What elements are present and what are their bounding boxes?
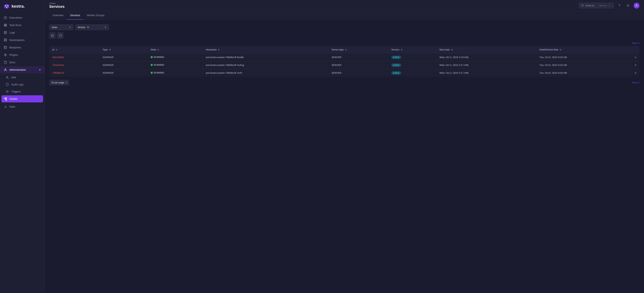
jump-to-button[interactable]: Jump to... Ctrl/Cmd + K — [579, 2, 614, 8]
col-header-state[interactable]: State ⇅ — [148, 46, 203, 53]
col-header-type[interactable]: Type ⇅ — [100, 46, 148, 53]
sidebar-item-logs[interactable]: Logs — [0, 29, 44, 36]
cell-health-check-date-1: Tue, Oct 8, 2024 9:20 AM — [536, 61, 632, 69]
sidebar-item-audit-logs[interactable]: Audit Logs — [0, 81, 44, 88]
col-header-hostname[interactable]: Hostname ⇅ — [203, 46, 328, 53]
sidebar-item-executions[interactable]: Executions — [0, 14, 44, 21]
cell-hostname-2: prd-kestra-worker-78b68ccff-zsrfn — [203, 69, 328, 77]
per-page-select[interactable]: 25 per page ▼ — [49, 80, 69, 85]
worker-filter[interactable]: Worker ✕ ▼ — [75, 24, 109, 30]
table-header-row: Id ⇅ Type ⇅ State ⇅ Hostname ⇅ — [50, 46, 640, 53]
row-menu-icon-2[interactable]: ≡ — [635, 71, 636, 74]
state-filter-chevron: ▼ — [69, 26, 71, 28]
svg-rect-7 — [4, 26, 7, 26]
sidebar-item-triggers[interactable]: Triggers — [0, 88, 44, 95]
svg-point-3 — [6, 7, 7, 8]
status-label-0: RUNNING — [154, 56, 164, 58]
row-menu-icon-0[interactable]: ≡ — [635, 56, 636, 59]
cell-version-0: 0.19.1 — [388, 53, 436, 61]
sidebar-item-namespaces[interactable]: Namespaces — [0, 36, 44, 43]
cell-id-0[interactable]: 8ded38d2 — [50, 53, 100, 61]
cell-health-check-date-2: Tue, Oct 8, 2024 9:20 AM — [536, 69, 632, 77]
deselect-button[interactable] — [49, 32, 56, 39]
worker-tag-remove[interactable]: ✕ — [87, 26, 89, 29]
tab-services[interactable]: Services — [67, 11, 84, 20]
cell-id-1[interactable]: 216a92ba — [50, 61, 100, 69]
sidebar-item-cluster[interactable]: Cluster — [2, 95, 43, 102]
refresh-button[interactable] — [57, 32, 63, 39]
cell-state-0: RUNNING — [148, 53, 203, 61]
total-bottom: Total: 3 — [632, 81, 640, 84]
svg-rect-24 — [6, 99, 7, 99]
cell-menu-0[interactable]: ≡ — [632, 53, 639, 61]
sort-icon-type: ⇅ — [109, 49, 111, 51]
cell-menu-2[interactable]: ≡ — [632, 69, 639, 77]
shortcut-badge: Ctrl/Cmd + K — [598, 4, 612, 7]
stats-icon — [4, 105, 7, 108]
status-label-2: RUNNING — [154, 71, 164, 74]
status-dot-0 — [151, 56, 152, 58]
cell-id-2[interactable]: 796889c8 — [50, 69, 100, 77]
cell-health-check-date-0: Tue, Oct 8, 2024 9:20 AM — [536, 53, 632, 61]
tab-overview[interactable]: Overview — [49, 11, 67, 20]
sidebar-item-docs[interactable]: Docs — [0, 59, 44, 66]
svg-rect-5 — [4, 24, 7, 24]
tab-worker-groups[interactable]: Worker Groups — [84, 11, 108, 20]
svg-rect-15 — [6, 40, 7, 41]
state-filter[interactable]: State ▼ — [49, 24, 74, 30]
sort-icon-server-type: ⇅ — [345, 49, 346, 51]
svg-rect-13 — [6, 39, 7, 40]
col-header-health-check-date[interactable]: HealthCheck Date ⇅ — [536, 46, 632, 53]
state-filter-label: State — [52, 26, 57, 29]
sidebar-item-iam[interactable]: IAM — [0, 74, 44, 81]
search-icon — [581, 4, 584, 7]
plugin-icon — [4, 53, 7, 57]
cell-version-1: 0.19.1 — [388, 61, 436, 69]
admin-sub-nav: IAM Audit Logs Triggers Cl — [0, 74, 44, 103]
help-button[interactable]: ? — [616, 2, 622, 8]
doc-icon — [4, 61, 7, 64]
jump-to-label: Jump to... — [585, 4, 596, 7]
sort-icon-health-check-date: ⇅ — [560, 49, 561, 51]
status-dot-1 — [151, 64, 152, 66]
col-header-id[interactable]: Id ⇅ — [50, 46, 100, 53]
svg-rect-12 — [4, 39, 5, 40]
cell-state-2: RUNNING — [148, 69, 203, 77]
col-header-version[interactable]: Version ⇅ — [388, 46, 436, 53]
nav-items: Executions Task Runs Logs Namespaces — [0, 13, 44, 293]
shield-icon — [6, 83, 9, 86]
sidebar-item-blueprints[interactable]: Blueprints — [0, 44, 44, 51]
user-icon — [6, 76, 9, 79]
services-table: Id ⇅ Type ⇅ State ⇅ Hostname ⇅ — [49, 46, 640, 77]
sidebar-item-stats[interactable]: Stats — [0, 103, 44, 110]
cell-server-type-2: SERVER — [328, 69, 388, 77]
admin-icon — [4, 68, 7, 71]
sort-icon-hostname: ⇅ — [218, 49, 220, 51]
version-badge-0: 0.19.1 — [391, 56, 401, 59]
col-header-actions — [632, 46, 639, 53]
sidebar-item-task-runs[interactable]: Task Runs — [0, 21, 44, 29]
cell-type-0: WORKER — [100, 53, 148, 61]
grid-icon — [4, 38, 7, 42]
cell-server-type-0: SERVER — [328, 53, 388, 61]
sort-icon-version: ⇅ — [401, 49, 402, 51]
logo-area[interactable]: kestra. — [0, 0, 44, 13]
cell-type-1: WORKER — [100, 61, 148, 69]
col-header-server-type[interactable]: Server type ⇅ — [328, 46, 388, 53]
row-menu-icon-1[interactable]: ≡ — [635, 63, 636, 67]
avatar[interactable] — [634, 2, 640, 8]
topbar: Cluster Services Jump to... Ctrl/Cmd + K… — [45, 0, 644, 11]
sidebar-item-administration[interactable]: Administration ▼ — [0, 66, 44, 73]
sort-icon-id: ⇅ — [56, 49, 57, 51]
worker-tag: Worker — [78, 26, 86, 29]
chevron-down-icon: ▼ — [39, 69, 41, 71]
sidebar-item-plugins[interactable]: Plugins — [0, 51, 44, 58]
per-page-chevron: ▼ — [65, 81, 67, 84]
notifications-button[interactable] — [625, 2, 631, 8]
cell-start-date-1: Wed, Oct 2, 2024 3:17 AM) — [436, 61, 536, 69]
content-area: State ▼ Worker ✕ ▼ Total: 3 — [45, 20, 644, 293]
col-header-start-date[interactable]: Start date ⇅ — [436, 46, 536, 53]
pagination-row: 25 per page ▼ Total: 3 — [49, 80, 640, 85]
cell-menu-1[interactable]: ≡ — [632, 61, 639, 69]
action-bar — [49, 32, 640, 39]
